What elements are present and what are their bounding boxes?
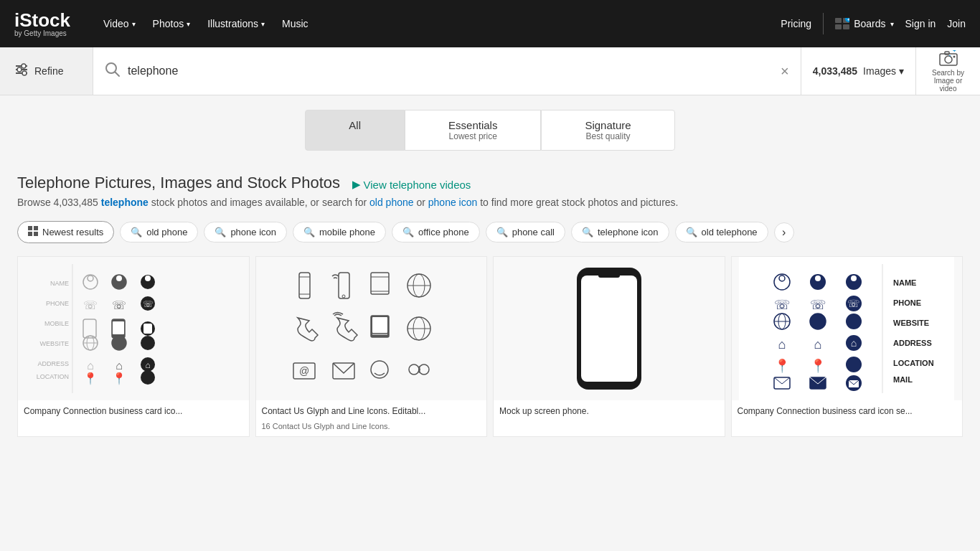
chip-mobile-phone[interactable]: 🔍 mobile phone xyxy=(293,222,386,242)
svg-text:⌂: ⌂ xyxy=(145,360,150,370)
chip-phone-icon[interactable]: 🔍 phone icon xyxy=(204,222,287,242)
clear-search-button[interactable]: × xyxy=(781,63,789,80)
svg-rect-2 xyxy=(835,24,842,29)
chip-old-telephone[interactable]: 🔍 old telephone xyxy=(675,222,768,242)
sign-in-link[interactable]: Sign in xyxy=(905,18,936,29)
search-by-image-button[interactable]: + Search by Image or video xyxy=(915,47,980,95)
svg-text:MAIL: MAIL xyxy=(893,375,913,384)
svg-point-11 xyxy=(22,71,27,75)
svg-text:☏: ☏ xyxy=(83,299,98,311)
header-right: Pricing + Boards ▾ Sign in Join xyxy=(781,13,966,34)
view-videos-link[interactable]: ▶ View telephone videos xyxy=(352,178,471,191)
svg-text:📍: 📍 xyxy=(83,372,98,385)
chip-office-phone[interactable]: 🔍 office phone xyxy=(392,222,480,242)
svg-text:📍: 📍 xyxy=(112,372,126,385)
svg-text:+: + xyxy=(847,18,849,22)
tab-signature[interactable]: Signature Best quality xyxy=(541,110,674,151)
page-title: Telephone Pictures, Images and Stock Pho… xyxy=(17,174,340,192)
svg-text:⌂: ⌂ xyxy=(116,359,123,372)
boards-icon: + xyxy=(835,18,849,29)
svg-text:NAME: NAME xyxy=(50,280,69,287)
chevron-down-icon: ▾ xyxy=(132,20,136,28)
svg-point-31 xyxy=(83,275,98,289)
svg-point-32 xyxy=(88,276,93,281)
refine-button[interactable]: Refine xyxy=(0,47,93,95)
phone-icon-link[interactable]: phone icon xyxy=(428,197,478,208)
svg-text:WEBSITE: WEBSITE xyxy=(893,319,929,327)
svg-point-87 xyxy=(779,276,785,281)
pricing-link[interactable]: Pricing xyxy=(781,18,811,29)
svg-text:⌂: ⌂ xyxy=(778,337,786,352)
grid-item-4[interactable]: NAME PHONE WEBSITE ADDRESS LOCATION MAIL… xyxy=(731,256,963,437)
nav-video[interactable]: Video ▾ xyxy=(96,14,143,34)
logo-istock: iStock xyxy=(14,11,70,29)
svg-point-99 xyxy=(810,314,826,329)
svg-point-15 xyxy=(945,56,952,63)
logo[interactable]: iStock by Getty Images xyxy=(14,11,70,37)
svg-rect-22 xyxy=(28,232,32,236)
svg-rect-16 xyxy=(945,52,949,55)
search-by-image-label: Search by Image or video xyxy=(928,69,969,93)
logo-sub: by Getty Images xyxy=(14,29,70,37)
tab-all[interactable]: All xyxy=(305,110,405,151)
grid-sub-caption-2: 16 Contact Us Glyph and Line Icons. xyxy=(256,422,487,436)
grid-caption-3: Mock up screen phone. xyxy=(494,400,725,422)
svg-rect-0 xyxy=(835,18,842,23)
camera-icon: + xyxy=(939,50,958,67)
search-input[interactable] xyxy=(128,65,773,77)
result-count: 4,033,485 Images ▾ xyxy=(801,47,915,95)
search-chip-icon: 🔍 xyxy=(496,227,508,237)
keyword-link[interactable]: telephone xyxy=(101,197,149,208)
chevron-down-icon: ▾ xyxy=(261,20,265,28)
svg-text:+: + xyxy=(953,50,956,54)
chip-telephone-icon[interactable]: 🔍 telephone icon xyxy=(571,222,669,242)
grid-item-3[interactable]: Mock up screen phone. xyxy=(493,256,725,437)
grid-caption-4: Company Connection business card icon se… xyxy=(732,400,963,422)
chip-newest[interactable]: Newest results xyxy=(17,221,114,243)
chips-next-button[interactable]: › xyxy=(774,222,794,242)
svg-point-17 xyxy=(953,55,955,57)
svg-text:☏: ☏ xyxy=(774,298,791,312)
search-chip-icon: 🔍 xyxy=(582,227,593,237)
old-phone-link[interactable]: old phone xyxy=(369,197,414,208)
svg-text:⌂: ⌂ xyxy=(87,359,94,372)
chip-phone-call[interactable]: 🔍 phone call xyxy=(486,222,565,242)
grid-icon xyxy=(28,226,38,238)
svg-text:☏: ☏ xyxy=(847,298,860,309)
svg-text:📍: 📍 xyxy=(810,358,826,374)
search-bar: Refine × 4,033,485 Images ▾ + xyxy=(0,47,980,95)
svg-point-34 xyxy=(116,276,122,281)
boards-button[interactable]: + Boards ▾ xyxy=(835,18,893,29)
svg-point-57 xyxy=(141,370,155,385)
svg-text:PHONE: PHONE xyxy=(893,298,921,307)
chevron-down-icon: ▾ xyxy=(187,20,190,28)
grid-item-1[interactable]: NAME PHONE MOBILE WEBSITE ADDRESS LOCATI… xyxy=(17,256,250,437)
svg-text:LOCATION: LOCATION xyxy=(893,359,934,367)
media-type-dropdown[interactable]: Images ▾ xyxy=(863,65,904,77)
main-nav: Video ▾ Photos ▾ Illustrations ▾ Music xyxy=(96,14,316,34)
refine-label: Refine xyxy=(34,65,63,77)
nav-illustrations[interactable]: Illustrations ▾ xyxy=(200,14,272,34)
svg-point-100 xyxy=(846,314,862,329)
svg-line-13 xyxy=(116,72,120,76)
nav-photos[interactable]: Photos ▾ xyxy=(146,14,198,34)
divider xyxy=(823,13,824,34)
svg-text:ADDRESS: ADDRESS xyxy=(893,339,932,347)
svg-rect-3 xyxy=(843,24,849,29)
tab-essentials[interactable]: Essentials Lowest price xyxy=(405,110,541,151)
nav-music[interactable]: Music xyxy=(275,14,316,34)
svg-point-91 xyxy=(851,276,857,281)
svg-text:PHONE: PHONE xyxy=(46,300,69,307)
svg-text:☏: ☏ xyxy=(142,299,153,309)
svg-rect-41 xyxy=(83,319,96,338)
svg-text:ADDRESS: ADDRESS xyxy=(37,360,69,367)
chip-old-phone[interactable]: 🔍 old phone xyxy=(120,222,198,242)
svg-rect-45 xyxy=(143,324,152,334)
join-button[interactable]: Join xyxy=(947,18,966,29)
search-chip-icon: 🔍 xyxy=(131,227,142,237)
search-chip-icon: 🔍 xyxy=(215,227,226,237)
chevron-down-icon: ▾ xyxy=(899,65,904,77)
sliders-icon xyxy=(14,63,29,80)
grid-item-2[interactable]: @ Contact Us Glyph and Line Icons. Edita… xyxy=(255,256,488,437)
svg-text:MOBILE: MOBILE xyxy=(44,320,69,327)
